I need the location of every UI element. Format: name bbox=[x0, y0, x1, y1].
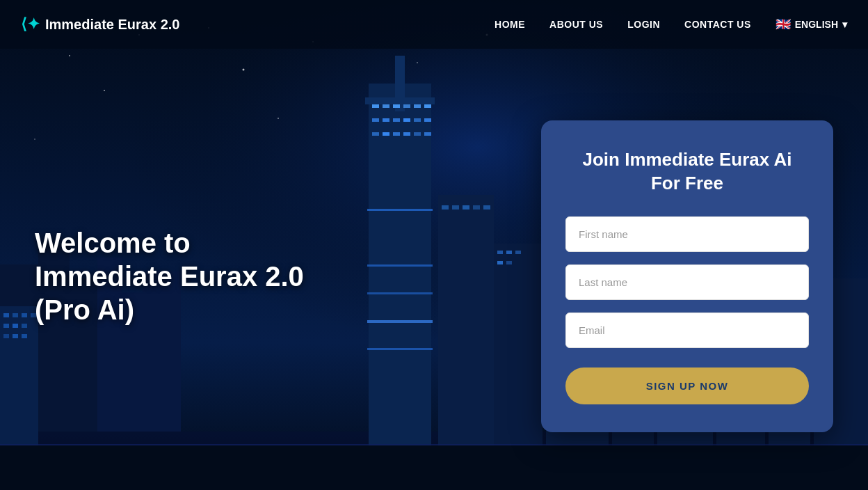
flag-icon: 🇬🇧 bbox=[775, 17, 791, 32]
language-selector[interactable]: 🇬🇧 ENGLISH ▾ bbox=[775, 17, 847, 32]
nav-login[interactable]: LOGIN bbox=[627, 19, 660, 30]
hero-section: Welcome to Immediate Eurax 2.0 (Pro Ai) … bbox=[0, 49, 868, 490]
email-input[interactable] bbox=[565, 313, 809, 348]
logo[interactable]: ⟨✦ Immediate Eurax 2.0 bbox=[21, 15, 179, 33]
signup-button[interactable]: SIGN UP NOW bbox=[565, 368, 809, 404]
nav-about[interactable]: ABOUT US bbox=[549, 19, 603, 30]
email-group bbox=[565, 313, 809, 348]
last-name-input[interactable] bbox=[565, 264, 809, 300]
hero-content: Welcome to Immediate Eurax 2.0 (Pro Ai) bbox=[35, 226, 327, 326]
card-title: Join Immediate Eurax Ai For Free bbox=[565, 148, 809, 196]
last-name-group bbox=[565, 264, 809, 300]
first-name-input[interactable] bbox=[565, 216, 809, 252]
lang-label: ENGLISH bbox=[795, 19, 838, 30]
navigation: ⟨✦ Immediate Eurax 2.0 HOME ABOUT US LOG… bbox=[0, 0, 868, 49]
registration-card: Join Immediate Eurax Ai For Free SIGN UP… bbox=[541, 120, 833, 432]
hero-title: Welcome to Immediate Eurax 2.0 (Pro Ai) bbox=[35, 226, 327, 326]
chevron-down-icon: ▾ bbox=[842, 19, 847, 30]
logo-text: Immediate Eurax 2.0 bbox=[45, 17, 179, 33]
first-name-group bbox=[565, 216, 809, 252]
nav-home[interactable]: HOME bbox=[495, 19, 525, 30]
nav-links: HOME ABOUT US LOGIN CONTACT US 🇬🇧 ENGLIS… bbox=[495, 17, 847, 32]
nav-contact[interactable]: CONTACT US bbox=[684, 19, 751, 30]
logo-icon: ⟨✦ bbox=[21, 15, 40, 33]
